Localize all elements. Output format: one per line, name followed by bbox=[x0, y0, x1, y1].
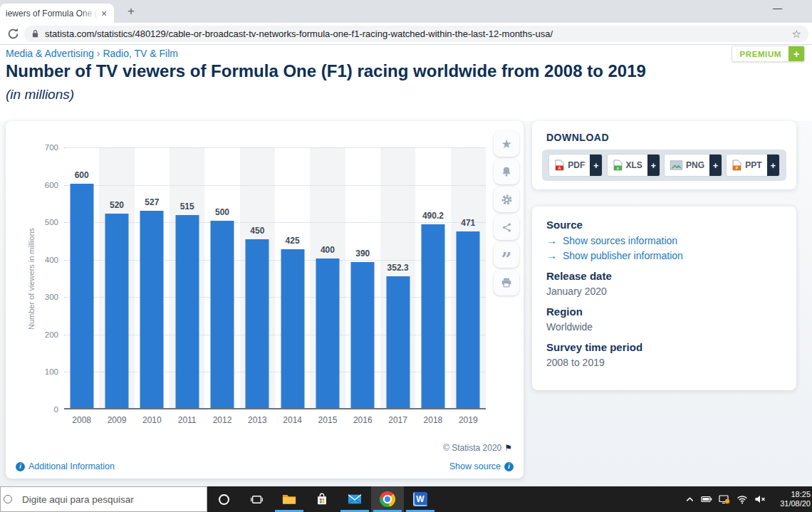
mail-icon bbox=[347, 493, 363, 506]
taskbar-clock[interactable]: 18:25 31/08/20 bbox=[772, 490, 811, 508]
mail-button[interactable] bbox=[338, 486, 371, 512]
share-button[interactable] bbox=[494, 214, 519, 240]
screen: iewers of Formula One (F1) × + — statist… bbox=[0, 0, 812, 512]
windows-taskbar: Digite aqui para pesquisar bbox=[0, 486, 812, 512]
download-panel: DOWNLOAD APDF+xXLS+PNG+PPPT+ bbox=[532, 121, 796, 189]
release-date-value: January 2020 bbox=[546, 286, 782, 297]
flag-icon[interactable]: ⚑ bbox=[504, 443, 512, 453]
wifi-icon[interactable] bbox=[736, 495, 748, 504]
show-publisher-information-link[interactable]: →Show publisher information bbox=[546, 249, 782, 261]
bar-2009[interactable] bbox=[105, 214, 128, 408]
y-tick-label: 500 bbox=[33, 218, 58, 226]
cite-button[interactable]: ” bbox=[494, 242, 519, 268]
download-ppt-button[interactable]: PPPT+ bbox=[726, 154, 779, 177]
bar-value-label: 520 bbox=[110, 200, 124, 210]
chart-column: 450 bbox=[240, 147, 275, 408]
task-view-button[interactable] bbox=[240, 486, 273, 512]
breadcrumb-media-advertising[interactable]: Media & Advertising bbox=[6, 48, 94, 59]
browser-tab[interactable]: iewers of Formula One (F1) × bbox=[0, 4, 114, 23]
gear-icon bbox=[501, 194, 513, 206]
svg-text:x: x bbox=[617, 166, 619, 170]
x-tick-label: 2019 bbox=[451, 415, 486, 425]
new-tab-button[interactable]: + bbox=[123, 3, 140, 20]
x-tick-label: 2018 bbox=[415, 415, 450, 425]
volume-muted-icon[interactable] bbox=[754, 494, 766, 504]
premium-label: PREMIUM bbox=[732, 50, 788, 58]
battery-icon[interactable] bbox=[701, 494, 712, 504]
download-png-button[interactable]: PNG+ bbox=[664, 154, 722, 177]
reload-icon[interactable] bbox=[7, 28, 19, 40]
chart-toolbar: ★ bbox=[492, 131, 521, 296]
bar-2016[interactable] bbox=[351, 262, 375, 408]
browser-tab-strip: iewers of Formula One (F1) × + — bbox=[0, 0, 812, 23]
favorite-star-button[interactable]: ★ bbox=[494, 131, 519, 157]
download-label: PNG bbox=[686, 160, 704, 170]
alert-bell-button[interactable] bbox=[494, 159, 519, 184]
download-plus-icon[interactable]: + bbox=[709, 155, 722, 176]
cortana-button[interactable] bbox=[207, 486, 240, 512]
additional-information-link[interactable]: i Additional Information bbox=[16, 461, 115, 471]
bar-2013[interactable] bbox=[246, 239, 269, 408]
file-explorer-button[interactable] bbox=[273, 486, 306, 512]
microsoft-store-button[interactable] bbox=[306, 486, 338, 512]
share-icon bbox=[501, 222, 512, 233]
x-tick-label: 2016 bbox=[345, 415, 380, 425]
chart-column: 400 bbox=[310, 147, 345, 408]
plot-columns: 600520527515500450425400390352.3490.2471 bbox=[64, 147, 486, 408]
premium-badge[interactable]: PREMIUM + bbox=[732, 46, 805, 62]
address-bar[interactable]: statista.com/statistics/480129/cable-or-… bbox=[24, 26, 808, 42]
download-plus-icon[interactable]: + bbox=[647, 155, 660, 176]
download-xls-button[interactable]: xXLS+ bbox=[607, 154, 660, 177]
source-links: →Show sources information→Show publisher… bbox=[546, 234, 782, 261]
bar-2012[interactable] bbox=[210, 221, 234, 408]
clock-date: 31/08/20 bbox=[772, 499, 811, 508]
bar-2015[interactable] bbox=[316, 258, 339, 408]
breadcrumb-radio-tv-film[interactable]: Radio, TV & Film bbox=[103, 48, 178, 59]
bar-2008[interactable] bbox=[70, 184, 93, 408]
y-tick-label: 700 bbox=[33, 143, 58, 152]
arrow-right-icon: → bbox=[546, 234, 557, 246]
x-tick-label: 2011 bbox=[170, 415, 204, 425]
display-notification-icon[interactable] bbox=[719, 494, 730, 504]
y-tick-label: 0 bbox=[33, 405, 58, 414]
bar-2011[interactable] bbox=[175, 215, 199, 408]
chart-column: 515 bbox=[170, 147, 204, 408]
region-heading: Region bbox=[546, 305, 782, 318]
print-button[interactable] bbox=[494, 270, 519, 296]
download-plus-icon[interactable]: + bbox=[767, 155, 779, 176]
survey-period-value: 2008 to 2019 bbox=[546, 357, 782, 368]
bar-2017[interactable] bbox=[386, 276, 410, 408]
show-sources-information-link[interactable]: →Show sources information bbox=[546, 234, 782, 246]
bar-value-label: 450 bbox=[250, 226, 264, 236]
bookmark-star-icon[interactable]: ☆ bbox=[792, 28, 801, 39]
bar-2014[interactable] bbox=[281, 249, 304, 408]
store-icon bbox=[315, 492, 329, 506]
svg-text:A: A bbox=[558, 166, 561, 170]
settings-button[interactable] bbox=[494, 187, 519, 212]
survey-period-heading: Survey time period bbox=[546, 341, 782, 353]
show-source-link[interactable]: Show source i bbox=[449, 461, 514, 471]
download-heading: DOWNLOAD bbox=[546, 132, 609, 143]
info-icon: i bbox=[16, 462, 25, 471]
download-pdf-button[interactable]: APDF+ bbox=[548, 154, 603, 177]
png-file-icon bbox=[670, 160, 682, 170]
quote-icon: ” bbox=[501, 256, 512, 263]
download-button-group: APDF+xXLS+PNG+PPPT+ bbox=[542, 150, 786, 181]
bar-value-label: 515 bbox=[180, 202, 194, 211]
download-plus-icon[interactable]: + bbox=[590, 155, 602, 176]
chrome-button[interactable] bbox=[371, 486, 404, 512]
taskbar-apps: W bbox=[207, 486, 437, 512]
ppt-file-icon: P bbox=[732, 160, 741, 171]
bar-2018[interactable] bbox=[421, 224, 444, 408]
chart-column: 352.3 bbox=[380, 147, 415, 408]
bar-2019[interactable] bbox=[457, 231, 480, 408]
printer-icon bbox=[501, 277, 512, 288]
close-tab-icon[interactable]: × bbox=[98, 8, 110, 19]
lock-icon bbox=[31, 29, 39, 38]
taskbar-search-box[interactable]: Digite aqui para pesquisar bbox=[0, 486, 207, 512]
tray-chevron-icon[interactable] bbox=[685, 495, 694, 504]
word-button[interactable]: W bbox=[404, 486, 437, 512]
bar-2010[interactable] bbox=[140, 211, 164, 408]
premium-plus-icon: + bbox=[788, 46, 804, 62]
window-minimize-button[interactable]: — bbox=[773, 3, 782, 14]
